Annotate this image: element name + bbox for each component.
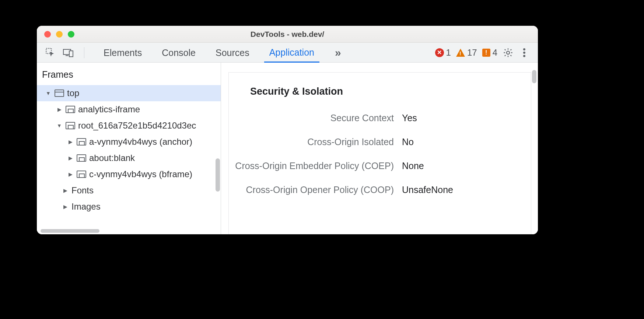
frames-sidebar: Frames ▼ top ▶ analytics-iframe ▼ root_6…	[37, 63, 221, 234]
iframe-icon	[66, 122, 75, 129]
tree-item-root[interactable]: ▼ root_616a752e1b5d4210d3ec	[37, 118, 221, 134]
warning-count-value: 17	[467, 48, 477, 58]
panel-body: Frames ▼ top ▶ analytics-iframe ▼ root_6…	[37, 63, 538, 234]
svg-point-5	[523, 48, 525, 50]
svg-point-4	[507, 51, 510, 54]
svg-point-7	[523, 55, 525, 57]
kv-row-coep: Cross-Origin Embedder Policy (COEP) None	[229, 154, 531, 178]
iframe-icon	[66, 106, 75, 113]
disclosure-triangle-icon[interactable]: ▶	[67, 171, 74, 177]
tab-console[interactable]: Console	[157, 43, 201, 62]
kv-value: Yes	[402, 113, 417, 123]
warning-count[interactable]: 17	[456, 48, 477, 58]
tree-item-label: Images	[71, 201, 101, 212]
disclosure-triangle-icon[interactable]: ▼	[45, 90, 52, 96]
tree-item-top[interactable]: ▼ top	[37, 85, 221, 101]
more-options-button[interactable]	[519, 47, 530, 58]
warning-icon	[456, 49, 465, 57]
tab-elements[interactable]: Elements	[98, 43, 147, 62]
sidebar-scrollbar-horizontal[interactable]	[41, 229, 99, 233]
tab-sources[interactable]: Sources	[210, 43, 255, 62]
kv-value: No	[402, 137, 414, 147]
kv-key: Cross-Origin Embedder Policy (COEP)	[229, 161, 402, 171]
tree-item-analytics-iframe[interactable]: ▶ analytics-iframe	[37, 101, 221, 118]
settings-button[interactable]	[503, 47, 514, 58]
tree-item-label: analytics-iframe	[78, 104, 140, 115]
window-title: DevTools - web.dev/	[37, 30, 538, 39]
disclosure-triangle-icon[interactable]: ▶	[62, 204, 69, 210]
titlebar: DevTools - web.dev/	[37, 26, 538, 43]
minimize-window-button[interactable]	[56, 31, 63, 38]
panel-tabs: Elements Console Sources Application »	[98, 43, 346, 63]
kv-key: Secure Context	[229, 113, 402, 123]
tree-item-label: about:blank	[89, 153, 135, 163]
section-heading: Security & Isolation	[229, 73, 531, 106]
tree-item-label: c-vynmy4vb4wys (bframe)	[89, 169, 192, 179]
disclosure-triangle-icon[interactable]: ▼	[56, 123, 63, 129]
close-window-button[interactable]	[44, 31, 51, 38]
kv-row-secure-context: Secure Context Yes	[229, 106, 531, 130]
tree-item-aboutblank[interactable]: ▶ about:blank	[37, 150, 221, 166]
tab-application[interactable]: Application	[264, 43, 319, 63]
issues-count-value: 4	[493, 48, 497, 58]
svg-point-6	[523, 52, 525, 54]
iframe-icon	[77, 154, 86, 162]
frames-tree: ▼ top ▶ analytics-iframe ▼ root_616a752e…	[37, 85, 221, 234]
inspect-element-icon[interactable]	[45, 47, 56, 58]
tree-item-anchor[interactable]: ▶ a-vynmy4vb4wys (anchor)	[37, 134, 221, 150]
error-icon: ✕	[435, 48, 444, 57]
frame-icon	[55, 90, 64, 97]
toolbar-right-group: ✕ 1 17 ! 4	[435, 47, 538, 58]
zoom-window-button[interactable]	[68, 31, 74, 38]
tree-item-fonts[interactable]: ▶ Fonts	[37, 182, 221, 199]
tree-item-images[interactable]: ▶ Images	[37, 199, 221, 215]
error-count-value: 1	[446, 48, 451, 58]
kv-key: Cross-Origin Opener Policy (COOP)	[229, 185, 402, 195]
disclosure-triangle-icon[interactable]: ▶	[56, 106, 63, 112]
device-toolbar-icon[interactable]	[63, 47, 74, 58]
toolbar-left-group	[37, 47, 87, 58]
sidebar-heading: Frames	[37, 63, 221, 85]
more-tabs-button[interactable]: »	[329, 46, 346, 59]
error-count[interactable]: ✕ 1	[435, 48, 451, 58]
devtools-toolbar: Elements Console Sources Application » ✕…	[37, 43, 538, 63]
issues-count[interactable]: ! 4	[482, 48, 497, 58]
iframe-icon	[77, 171, 86, 178]
tree-item-bframe[interactable]: ▶ c-vynmy4vb4wys (bframe)	[37, 166, 221, 182]
tree-item-label: top	[67, 88, 79, 98]
traffic-lights	[37, 31, 74, 38]
kv-value: None	[402, 161, 424, 171]
kv-value: UnsafeNone	[402, 185, 453, 195]
svg-rect-3	[69, 51, 73, 57]
disclosure-triangle-icon[interactable]: ▶	[62, 187, 69, 193]
frame-details-panel: Security & Isolation Secure Context Yes …	[221, 63, 538, 234]
iframe-icon	[77, 138, 86, 146]
kv-key: Cross-Origin Isolated	[229, 137, 402, 147]
tree-item-label: a-vynmy4vb4wys (anchor)	[89, 137, 192, 147]
kv-row-cross-origin-isolated: Cross-Origin Isolated No	[229, 130, 531, 154]
kv-row-coop: Cross-Origin Opener Policy (COOP) Unsafe…	[229, 178, 531, 202]
main-scrollbar-vertical[interactable]	[532, 70, 536, 83]
tree-item-label: root_616a752e1b5d4210d3ec	[78, 120, 196, 131]
issues-icon: !	[482, 49, 490, 57]
devtools-window: DevTools - web.dev/ Elements Console	[37, 26, 538, 234]
sidebar-scrollbar-vertical[interactable]	[216, 158, 220, 192]
tree-item-label: Fonts	[71, 185, 94, 196]
details-card: Security & Isolation Secure Context Yes …	[228, 72, 531, 234]
toolbar-separator	[84, 47, 84, 58]
disclosure-triangle-icon[interactable]: ▶	[67, 155, 74, 161]
disclosure-triangle-icon[interactable]: ▶	[67, 139, 74, 145]
